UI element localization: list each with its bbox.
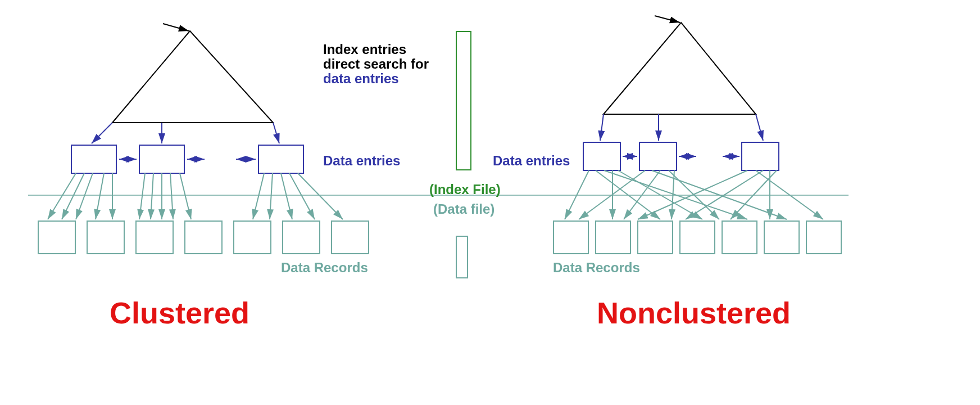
svg-rect-31 xyxy=(332,221,369,254)
svg-rect-5 xyxy=(139,145,184,173)
index-entries-text-line2: direct search for xyxy=(323,56,429,72)
svg-rect-25 xyxy=(38,221,75,254)
index-entries-text-line1: Index entries xyxy=(323,42,406,57)
svg-rect-30 xyxy=(283,221,320,254)
svg-line-22 xyxy=(281,173,292,219)
svg-line-15 xyxy=(139,173,145,219)
index-file-label: (Index File) xyxy=(429,182,501,197)
svg-line-3 xyxy=(273,123,279,143)
svg-line-18 xyxy=(170,173,173,219)
nonclustered-tree-to-entries-arrows xyxy=(600,114,763,141)
svg-line-35 xyxy=(756,114,763,141)
svg-rect-38 xyxy=(742,142,779,170)
svg-rect-27 xyxy=(136,221,173,254)
clustered-entry-to-record-arrows xyxy=(48,173,343,219)
clustered-title: Clustered xyxy=(110,295,249,330)
svg-line-33 xyxy=(600,114,604,141)
svg-rect-61 xyxy=(722,221,757,254)
nonclustered-tree-triangle xyxy=(604,16,756,114)
svg-rect-4 xyxy=(71,145,116,173)
svg-rect-6 xyxy=(258,145,303,173)
svg-line-21 xyxy=(270,173,273,219)
clustered-data-entry-boxes xyxy=(71,145,303,173)
index-file-box xyxy=(456,32,471,170)
svg-line-10 xyxy=(48,173,76,219)
svg-rect-37 xyxy=(639,142,677,170)
svg-rect-57 xyxy=(553,221,588,254)
svg-rect-58 xyxy=(596,221,630,254)
clustered-tree-to-entries-arrows xyxy=(92,123,279,143)
svg-rect-36 xyxy=(583,142,620,170)
data-records-label-left: Data Records xyxy=(281,260,368,276)
svg-line-13 xyxy=(96,173,104,219)
svg-line-16 xyxy=(151,173,153,219)
nonclustered-data-entry-boxes xyxy=(583,142,779,170)
data-records-label-right: Data Records xyxy=(553,260,640,276)
svg-line-24 xyxy=(298,173,343,219)
svg-line-11 xyxy=(62,173,84,219)
nonclustered-title: Nonclustered xyxy=(597,295,791,330)
data-entries-label-left: Data entries xyxy=(323,153,400,169)
data-entries-label-right: Data entries xyxy=(493,153,570,169)
svg-line-20 xyxy=(253,173,264,219)
svg-rect-59 xyxy=(638,221,673,254)
clustered-tree-triangle xyxy=(112,24,273,123)
svg-line-0 xyxy=(163,24,189,31)
svg-line-23 xyxy=(289,173,315,219)
data-file-box xyxy=(456,236,468,278)
svg-rect-63 xyxy=(806,221,841,254)
svg-rect-29 xyxy=(234,221,271,254)
svg-rect-28 xyxy=(185,221,222,254)
index-entries-text-line3: data entries xyxy=(323,71,399,87)
svg-line-12 xyxy=(76,173,93,219)
svg-rect-62 xyxy=(764,221,799,254)
data-file-label: (Data file) xyxy=(433,201,494,217)
svg-line-19 xyxy=(180,173,191,219)
svg-rect-26 xyxy=(87,221,124,254)
svg-rect-60 xyxy=(680,221,715,254)
clustered-data-record-boxes xyxy=(38,221,369,254)
svg-line-32 xyxy=(655,16,680,22)
svg-line-1 xyxy=(92,123,112,143)
nonclustered-data-record-boxes xyxy=(553,221,841,254)
